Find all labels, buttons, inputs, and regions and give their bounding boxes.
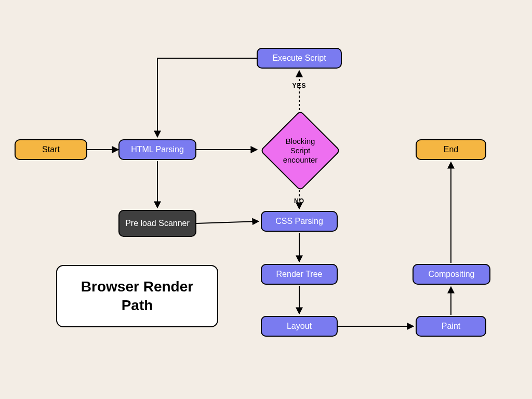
node-execute-script-label: Execute Script — [272, 53, 326, 63]
node-start: Start — [15, 139, 87, 160]
node-start-label: Start — [42, 144, 60, 154]
node-render-tree: Render Tree — [261, 264, 338, 285]
node-render-tree-label: Render Tree — [276, 269, 323, 279]
node-layout: Layout — [261, 316, 338, 337]
node-css-parsing-label: CSS Parsing — [275, 216, 323, 226]
diagram-title-text: Browser Render Path — [70, 277, 205, 315]
diagram-title: Browser Render Path — [56, 265, 218, 327]
branch-label-no: NO — [292, 197, 307, 205]
node-preload-scanner: Pre load Scanner — [118, 210, 196, 237]
node-end: End — [416, 139, 486, 160]
node-decision-label: Blocking Script encounter — [276, 137, 325, 165]
node-preload-scanner-label: Pre load Scanner — [125, 218, 190, 228]
node-paint: Paint — [416, 316, 486, 337]
node-execute-script: Execute Script — [257, 48, 342, 69]
node-decision-blocking-script: Blocking Script encounter — [260, 110, 341, 191]
node-html-parsing-label: HTML Parsing — [131, 144, 184, 154]
node-html-parsing: HTML Parsing — [118, 139, 196, 160]
branch-label-yes: YES — [291, 82, 308, 89]
node-layout-label: Layout — [287, 321, 312, 331]
svg-line-5 — [196, 221, 259, 223]
node-paint-label: Paint — [442, 321, 460, 331]
node-compositing-label: Compositing — [429, 269, 475, 279]
node-compositing: Compositing — [413, 264, 490, 285]
node-css-parsing: CSS Parsing — [261, 211, 338, 232]
node-end-label: End — [444, 144, 458, 154]
